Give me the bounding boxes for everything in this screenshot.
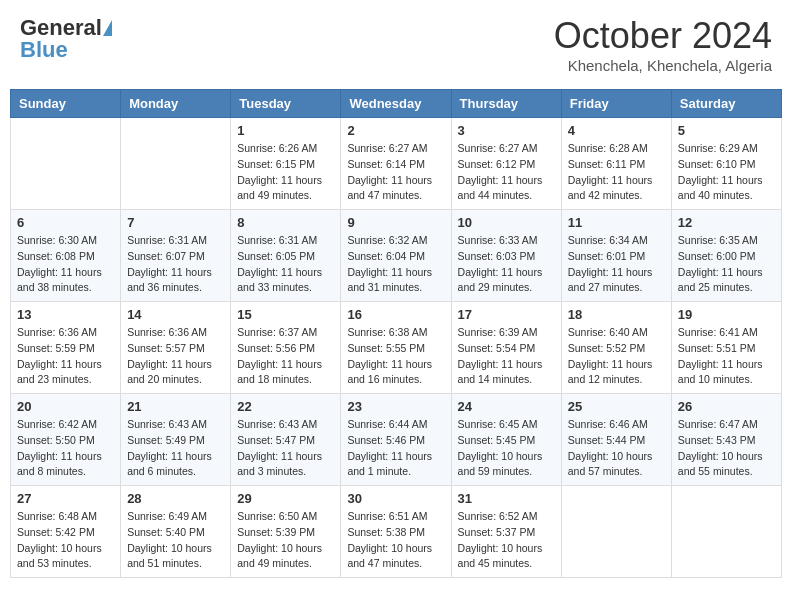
day-info: Sunrise: 6:51 AM Sunset: 5:38 PM Dayligh… — [347, 509, 444, 572]
daylight-text: Daylight: 11 hours and 49 minutes. — [237, 174, 322, 202]
sunrise-text: Sunrise: 6:32 AM — [347, 234, 427, 246]
calendar-cell: 27 Sunrise: 6:48 AM Sunset: 5:42 PM Dayl… — [11, 486, 121, 578]
sunrise-text: Sunrise: 6:26 AM — [237, 142, 317, 154]
logo-icon — [103, 20, 112, 36]
sunrise-text: Sunrise: 6:47 AM — [678, 418, 758, 430]
daylight-text: Daylight: 11 hours and 12 minutes. — [568, 358, 653, 386]
calendar-cell: 21 Sunrise: 6:43 AM Sunset: 5:49 PM Dayl… — [121, 394, 231, 486]
sunset-text: Sunset: 6:15 PM — [237, 158, 315, 170]
day-info: Sunrise: 6:28 AM Sunset: 6:11 PM Dayligh… — [568, 141, 665, 204]
sunset-text: Sunset: 5:37 PM — [458, 526, 536, 538]
calendar-cell — [11, 118, 121, 210]
day-number: 24 — [458, 399, 555, 414]
daylight-text: Daylight: 11 hours and 40 minutes. — [678, 174, 763, 202]
day-info: Sunrise: 6:49 AM Sunset: 5:40 PM Dayligh… — [127, 509, 224, 572]
page-header: General Blue October 2024 Khenchela, Khe… — [10, 10, 782, 79]
calendar-cell: 20 Sunrise: 6:42 AM Sunset: 5:50 PM Dayl… — [11, 394, 121, 486]
sunset-text: Sunset: 6:10 PM — [678, 158, 756, 170]
calendar-day-header: Thursday — [451, 90, 561, 118]
day-info: Sunrise: 6:48 AM Sunset: 5:42 PM Dayligh… — [17, 509, 114, 572]
daylight-text: Daylight: 10 hours and 51 minutes. — [127, 542, 212, 570]
sunrise-text: Sunrise: 6:28 AM — [568, 142, 648, 154]
day-number: 17 — [458, 307, 555, 322]
sunset-text: Sunset: 5:38 PM — [347, 526, 425, 538]
day-number: 18 — [568, 307, 665, 322]
day-info: Sunrise: 6:43 AM Sunset: 5:47 PM Dayligh… — [237, 417, 334, 480]
daylight-text: Daylight: 10 hours and 45 minutes. — [458, 542, 543, 570]
day-info: Sunrise: 6:45 AM Sunset: 5:45 PM Dayligh… — [458, 417, 555, 480]
sunrise-text: Sunrise: 6:52 AM — [458, 510, 538, 522]
calendar-cell: 2 Sunrise: 6:27 AM Sunset: 6:14 PM Dayli… — [341, 118, 451, 210]
day-number: 10 — [458, 215, 555, 230]
day-number: 31 — [458, 491, 555, 506]
calendar-cell: 15 Sunrise: 6:37 AM Sunset: 5:56 PM Dayl… — [231, 302, 341, 394]
calendar-header-row: SundayMondayTuesdayWednesdayThursdayFrid… — [11, 90, 782, 118]
calendar-cell: 25 Sunrise: 6:46 AM Sunset: 5:44 PM Dayl… — [561, 394, 671, 486]
calendar-week-row: 6 Sunrise: 6:30 AM Sunset: 6:08 PM Dayli… — [11, 210, 782, 302]
sunrise-text: Sunrise: 6:41 AM — [678, 326, 758, 338]
calendar-day-header: Saturday — [671, 90, 781, 118]
calendar-cell: 24 Sunrise: 6:45 AM Sunset: 5:45 PM Dayl… — [451, 394, 561, 486]
day-number: 22 — [237, 399, 334, 414]
sunset-text: Sunset: 5:43 PM — [678, 434, 756, 446]
day-info: Sunrise: 6:36 AM Sunset: 5:59 PM Dayligh… — [17, 325, 114, 388]
day-number: 9 — [347, 215, 444, 230]
sunrise-text: Sunrise: 6:33 AM — [458, 234, 538, 246]
calendar-cell — [121, 118, 231, 210]
sunset-text: Sunset: 5:57 PM — [127, 342, 205, 354]
day-info: Sunrise: 6:30 AM Sunset: 6:08 PM Dayligh… — [17, 233, 114, 296]
sunset-text: Sunset: 6:08 PM — [17, 250, 95, 262]
calendar-cell: 29 Sunrise: 6:50 AM Sunset: 5:39 PM Dayl… — [231, 486, 341, 578]
calendar-day-header: Wednesday — [341, 90, 451, 118]
day-number: 23 — [347, 399, 444, 414]
sunrise-text: Sunrise: 6:36 AM — [127, 326, 207, 338]
day-info: Sunrise: 6:39 AM Sunset: 5:54 PM Dayligh… — [458, 325, 555, 388]
day-info: Sunrise: 6:46 AM Sunset: 5:44 PM Dayligh… — [568, 417, 665, 480]
sunrise-text: Sunrise: 6:38 AM — [347, 326, 427, 338]
sunrise-text: Sunrise: 6:51 AM — [347, 510, 427, 522]
calendar-cell: 13 Sunrise: 6:36 AM Sunset: 5:59 PM Dayl… — [11, 302, 121, 394]
calendar-cell: 18 Sunrise: 6:40 AM Sunset: 5:52 PM Dayl… — [561, 302, 671, 394]
sunrise-text: Sunrise: 6:40 AM — [568, 326, 648, 338]
calendar-cell: 30 Sunrise: 6:51 AM Sunset: 5:38 PM Dayl… — [341, 486, 451, 578]
daylight-text: Daylight: 11 hours and 23 minutes. — [17, 358, 102, 386]
calendar-cell: 6 Sunrise: 6:30 AM Sunset: 6:08 PM Dayli… — [11, 210, 121, 302]
day-number: 13 — [17, 307, 114, 322]
day-number: 16 — [347, 307, 444, 322]
daylight-text: Daylight: 11 hours and 16 minutes. — [347, 358, 432, 386]
calendar-cell: 28 Sunrise: 6:49 AM Sunset: 5:40 PM Dayl… — [121, 486, 231, 578]
day-info: Sunrise: 6:36 AM Sunset: 5:57 PM Dayligh… — [127, 325, 224, 388]
sunrise-text: Sunrise: 6:34 AM — [568, 234, 648, 246]
sunset-text: Sunset: 5:49 PM — [127, 434, 205, 446]
day-number: 1 — [237, 123, 334, 138]
sunrise-text: Sunrise: 6:42 AM — [17, 418, 97, 430]
day-info: Sunrise: 6:42 AM Sunset: 5:50 PM Dayligh… — [17, 417, 114, 480]
calendar-cell: 17 Sunrise: 6:39 AM Sunset: 5:54 PM Dayl… — [451, 302, 561, 394]
calendar-cell: 31 Sunrise: 6:52 AM Sunset: 5:37 PM Dayl… — [451, 486, 561, 578]
sunset-text: Sunset: 5:59 PM — [17, 342, 95, 354]
day-info: Sunrise: 6:43 AM Sunset: 5:49 PM Dayligh… — [127, 417, 224, 480]
day-info: Sunrise: 6:50 AM Sunset: 5:39 PM Dayligh… — [237, 509, 334, 572]
daylight-text: Daylight: 11 hours and 18 minutes. — [237, 358, 322, 386]
day-number: 28 — [127, 491, 224, 506]
calendar-cell: 4 Sunrise: 6:28 AM Sunset: 6:11 PM Dayli… — [561, 118, 671, 210]
daylight-text: Daylight: 11 hours and 42 minutes. — [568, 174, 653, 202]
day-number: 5 — [678, 123, 775, 138]
sunrise-text: Sunrise: 6:43 AM — [237, 418, 317, 430]
day-number: 30 — [347, 491, 444, 506]
daylight-text: Daylight: 10 hours and 59 minutes. — [458, 450, 543, 478]
daylight-text: Daylight: 11 hours and 8 minutes. — [17, 450, 102, 478]
sunset-text: Sunset: 5:51 PM — [678, 342, 756, 354]
logo-blue: Blue — [20, 37, 68, 63]
daylight-text: Daylight: 11 hours and 31 minutes. — [347, 266, 432, 294]
day-number: 6 — [17, 215, 114, 230]
daylight-text: Daylight: 11 hours and 10 minutes. — [678, 358, 763, 386]
calendar-cell: 8 Sunrise: 6:31 AM Sunset: 6:05 PM Dayli… — [231, 210, 341, 302]
calendar-cell: 23 Sunrise: 6:44 AM Sunset: 5:46 PM Dayl… — [341, 394, 451, 486]
day-number: 12 — [678, 215, 775, 230]
daylight-text: Daylight: 11 hours and 20 minutes. — [127, 358, 212, 386]
daylight-text: Daylight: 11 hours and 38 minutes. — [17, 266, 102, 294]
calendar-day-header: Friday — [561, 90, 671, 118]
sunset-text: Sunset: 5:42 PM — [17, 526, 95, 538]
sunset-text: Sunset: 5:50 PM — [17, 434, 95, 446]
